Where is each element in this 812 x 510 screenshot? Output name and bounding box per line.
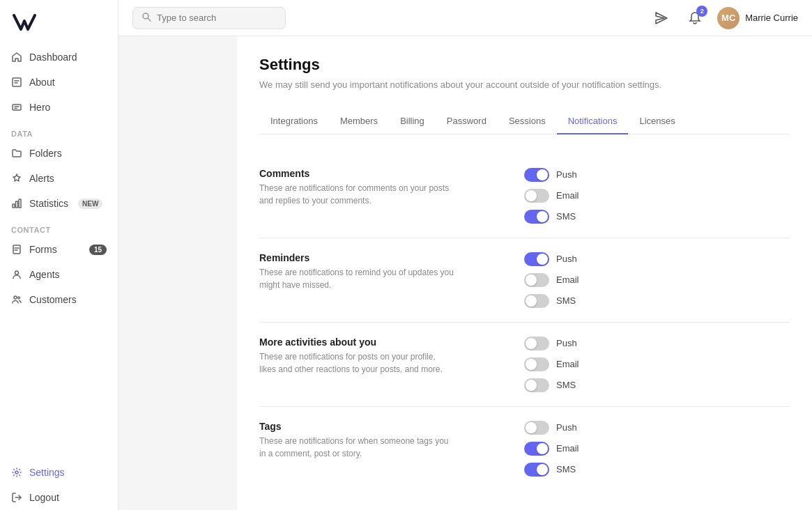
svg-point-15 — [15, 471, 18, 474]
sidebar-item-customers[interactable]: Customers — [0, 287, 118, 312]
tab-sessions[interactable]: Sessions — [498, 109, 557, 134]
main-content: Settings We may still send you important… — [237, 36, 812, 510]
notif-title-1: Reminders — [259, 252, 454, 263]
toggle-2-0-push[interactable] — [524, 337, 549, 350]
notif-title-2: More activities about you — [259, 337, 454, 348]
sidebar-item-statistics[interactable]: Statistics NEW — [0, 191, 118, 216]
notif-row-0-1: Email — [524, 189, 579, 203]
notif-row-1-0: Push — [524, 252, 579, 266]
tab-billing[interactable]: Billing — [389, 109, 436, 134]
svg-rect-9 — [13, 245, 20, 254]
send-icon-button[interactable] — [650, 7, 673, 29]
statistics-badge: NEW — [78, 199, 102, 209]
notification-section-2: More activities about you These are noti… — [259, 323, 790, 407]
notification-section-1: Reminders These are notifications to rem… — [259, 238, 790, 323]
notif-controls-1: PushEmailSMS — [524, 252, 579, 308]
sidebar-item-settings-label: Settings — [29, 467, 65, 478]
sidebar-item-dashboard-label: Dashboard — [29, 52, 77, 63]
contact-section-label: CONTACT — [0, 216, 118, 237]
notif-label-1-2: SMS — [556, 295, 576, 306]
notif-controls-0: PushEmailSMS — [524, 168, 579, 224]
sidebar-item-folders-label: Folders — [29, 148, 62, 159]
logo[interactable] — [0, 0, 118, 45]
folders-icon — [11, 148, 22, 159]
notif-label-0-1: Email — [556, 190, 579, 201]
avatar-initials: MC — [717, 7, 740, 29]
search-input[interactable] — [157, 13, 277, 23]
sidebar-item-folders[interactable]: Folders — [0, 141, 118, 166]
sidebar-item-statistics-label: Statistics — [29, 198, 68, 209]
sidebar-item-forms[interactable]: Forms 15 — [0, 237, 118, 262]
svg-rect-0 — [13, 78, 21, 86]
notif-row-3-2: SMS — [524, 463, 579, 477]
notif-row-2-0: Push — [524, 337, 579, 350]
notif-label-1-0: Push — [556, 254, 577, 264]
tab-notifications[interactable]: Notifications — [557, 109, 629, 134]
sidebar-item-logout[interactable]: Logout — [0, 485, 118, 510]
user-menu[interactable]: MC Marrie Currie — [717, 7, 798, 29]
toggle-2-2-sms[interactable] — [524, 378, 549, 392]
notif-desc-3: These are notifications for when someone… — [259, 435, 454, 460]
notif-label-3-2: SMS — [556, 464, 576, 474]
notif-title-3: Tags — [259, 421, 454, 432]
tab-integrations[interactable]: Integrations — [259, 109, 329, 134]
toggle-1-1-email[interactable] — [524, 273, 549, 287]
toggle-3-2-sms[interactable] — [524, 463, 549, 477]
notif-label-0-0: Push — [556, 169, 577, 180]
customers-icon — [11, 294, 22, 305]
toggle-0-1-email[interactable] — [524, 189, 549, 203]
about-icon — [11, 77, 22, 88]
toggle-2-1-email[interactable] — [524, 357, 549, 371]
sidebar-item-customers-label: Customers — [29, 294, 77, 305]
notif-label-1-1: Email — [556, 275, 579, 285]
svg-rect-6 — [13, 204, 15, 208]
search-box[interactable] — [132, 7, 286, 29]
user-name: Marrie Currie — [745, 13, 798, 23]
notif-label-2-1: Email — [556, 359, 579, 369]
sidebar-item-hero[interactable]: Hero — [0, 95, 118, 120]
avatar: MC — [717, 7, 740, 29]
notif-label-3-1: Email — [556, 443, 579, 454]
notif-label-2-0: Push — [556, 338, 577, 348]
page-subtitle: We may still send you important notifica… — [259, 78, 790, 92]
tab-members[interactable]: Members — [329, 109, 389, 134]
sidebar-item-alerts-label: Alerts — [29, 173, 54, 184]
toggle-0-2-sms[interactable] — [524, 210, 549, 224]
notif-desc-1: These are notifications to remind you of… — [259, 266, 454, 291]
sidebar: Dashboard About Hero DATA Folders Alerts… — [0, 0, 118, 510]
toggle-1-2-sms[interactable] — [524, 294, 549, 308]
toggle-0-0-push[interactable] — [524, 168, 549, 182]
header: 2 MC Marrie Currie — [118, 0, 812, 36]
statistics-icon — [11, 198, 22, 209]
search-icon — [141, 12, 151, 24]
notification-count-badge: 2 — [696, 6, 707, 17]
forms-count-badge: 15 — [89, 245, 107, 255]
svg-rect-8 — [19, 199, 21, 208]
tab-password[interactable]: Password — [436, 109, 498, 134]
agents-icon — [11, 269, 22, 280]
sidebar-item-settings[interactable]: Settings — [0, 460, 118, 485]
sidebar-item-about-label: About — [29, 77, 55, 88]
notif-label-0-2: SMS — [556, 211, 576, 222]
notif-row-3-1: Email — [524, 442, 579, 456]
toggle-3-0-push[interactable] — [524, 421, 549, 435]
alerts-icon — [11, 173, 22, 184]
notification-sections: Comments These are notifications for com… — [259, 154, 790, 490]
notifications-button[interactable]: 2 — [684, 7, 706, 29]
toggle-1-0-push[interactable] — [524, 252, 549, 266]
notif-row-3-0: Push — [524, 421, 579, 435]
notif-row-0-0: Push — [524, 168, 579, 182]
sidebar-item-dashboard[interactable]: Dashboard — [0, 45, 118, 70]
forms-icon — [11, 244, 22, 255]
settings-tabs: Integrations Members Billing Password Se… — [259, 109, 790, 134]
notif-desc-0: These are notifications for comments on … — [259, 182, 454, 207]
data-section-label: DATA — [0, 120, 118, 141]
sidebar-item-hero-label: Hero — [29, 102, 50, 113]
toggle-3-1-email[interactable] — [524, 442, 549, 456]
sidebar-item-alerts[interactable]: Alerts — [0, 166, 118, 191]
notif-title-0: Comments — [259, 168, 454, 179]
page-title: Settings — [259, 56, 790, 74]
sidebar-item-agents[interactable]: Agents — [0, 262, 118, 287]
tab-licenses[interactable]: Licenses — [628, 109, 686, 134]
sidebar-item-about[interactable]: About — [0, 70, 118, 95]
